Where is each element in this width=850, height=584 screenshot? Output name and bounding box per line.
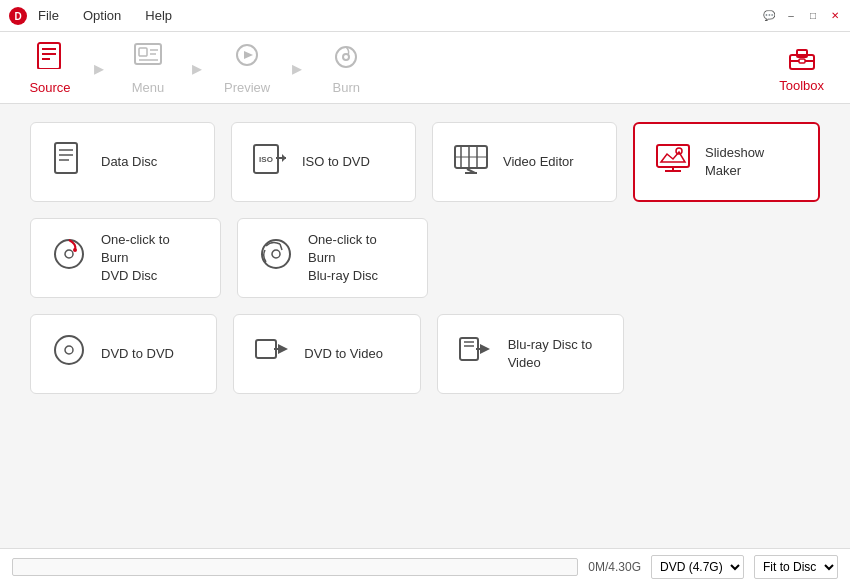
svg-point-39 — [65, 250, 73, 258]
svg-rect-7 — [139, 48, 147, 56]
toolbox-button[interactable]: Toolbox — [763, 32, 840, 103]
data-disc-icon — [51, 140, 87, 184]
burn-tab-icon — [330, 41, 362, 76]
svg-point-45 — [65, 346, 73, 354]
empty-card-3 — [640, 314, 820, 394]
tab-menu[interactable]: Menu — [108, 32, 188, 103]
empty-card-2 — [640, 218, 820, 298]
tool-oneclick-dvd-label: One-click to BurnDVD Disc — [101, 231, 200, 286]
svg-rect-46 — [256, 340, 276, 358]
tool-dvd-to-video[interactable]: DVD to Video — [233, 314, 420, 394]
capacity-text: 0M/4.30G — [588, 560, 641, 574]
arrow-1: ▸ — [90, 32, 108, 103]
dvd-to-video-icon — [254, 332, 290, 376]
tab-burn[interactable]: Burn — [306, 32, 386, 103]
empty-card-1 — [444, 218, 624, 298]
maximize-icon[interactable]: □ — [806, 9, 820, 23]
titlebar: D File Option Help 💬 – □ ✕ — [0, 0, 850, 32]
svg-point-38 — [55, 240, 83, 268]
svg-marker-26 — [282, 154, 286, 162]
tool-data-disc-label: Data Disc — [101, 153, 157, 171]
svg-point-41 — [262, 240, 290, 268]
fit-mode-select[interactable]: Fit to Disc Custom — [754, 555, 838, 579]
arrow-2: ▸ — [188, 32, 206, 103]
svg-point-40 — [73, 248, 77, 252]
progress-bar — [12, 558, 578, 576]
svg-point-13 — [336, 47, 356, 67]
toolbox-icon — [786, 43, 818, 78]
menu-tab-icon — [132, 41, 164, 76]
app-icon: D — [8, 6, 28, 26]
svg-point-42 — [272, 250, 280, 258]
main-content: Data Disc ISO ISO to DVD — [0, 104, 850, 548]
tab-source[interactable]: Source — [10, 32, 90, 103]
tab-menu-label: Menu — [132, 80, 165, 95]
svg-marker-53 — [480, 344, 490, 354]
window-controls: 💬 – □ ✕ — [762, 9, 842, 23]
tool-oneclick-bluray[interactable]: One-click to BurnBlu-ray Disc — [237, 218, 428, 298]
svg-rect-34 — [657, 145, 689, 167]
menu-file[interactable]: File — [34, 6, 63, 25]
tool-data-disc[interactable]: Data Disc — [30, 122, 215, 202]
iso-to-dvd-icon: ISO — [252, 140, 288, 184]
tools-row-2: One-click to BurnDVD Disc One-click to B… — [30, 218, 820, 298]
tool-slideshow-maker-label: Slideshow Maker — [705, 144, 798, 180]
tool-iso-to-dvd[interactable]: ISO ISO to DVD — [231, 122, 416, 202]
tool-iso-to-dvd-label: ISO to DVD — [302, 153, 370, 171]
tool-dvd-to-dvd-label: DVD to DVD — [101, 345, 174, 363]
statusbar: 0M/4.30G DVD (4.7G) DVD (8.5G) BD-25 BD-… — [0, 548, 850, 584]
tool-bluray-to-video-label: Blu-ray Disc toVideo — [508, 336, 593, 372]
svg-marker-48 — [278, 344, 288, 354]
toolbox-label: Toolbox — [779, 78, 824, 93]
video-editor-icon — [453, 140, 489, 184]
tools-row-3: DVD to DVD DVD to Video — [30, 314, 820, 394]
tool-video-editor[interactable]: Video Editor — [432, 122, 617, 202]
arrow-3: ▸ — [288, 32, 306, 103]
tool-oneclick-dvd[interactable]: One-click to BurnDVD Disc — [30, 218, 221, 298]
tab-source-label: Source — [29, 80, 70, 95]
svg-rect-2 — [38, 43, 60, 69]
tool-dvd-to-dvd[interactable]: DVD to DVD — [30, 314, 217, 394]
tab-preview[interactable]: Preview — [206, 32, 288, 103]
svg-rect-19 — [55, 143, 77, 173]
slideshow-maker-icon — [655, 140, 691, 184]
tool-dvd-to-video-label: DVD to Video — [304, 345, 383, 363]
svg-text:ISO: ISO — [259, 155, 273, 164]
oneclick-dvd-icon — [51, 236, 87, 280]
tool-video-editor-label: Video Editor — [503, 153, 574, 171]
svg-text:D: D — [14, 11, 21, 22]
svg-point-44 — [55, 336, 83, 364]
tab-preview-label: Preview — [224, 80, 270, 95]
bluray-to-video-icon — [458, 332, 494, 376]
dvd-to-dvd-icon — [51, 332, 87, 376]
tools-row-1: Data Disc ISO ISO to DVD — [30, 122, 820, 202]
oneclick-bluray-icon — [258, 236, 294, 280]
toolbar: Source ▸ Menu ▸ Preview ▸ — [0, 32, 850, 104]
svg-rect-18 — [799, 59, 805, 63]
tool-oneclick-bluray-label: One-click to BurnBlu-ray Disc — [308, 231, 407, 286]
tab-burn-label: Burn — [333, 80, 360, 95]
preview-tab-icon — [231, 41, 263, 76]
tool-slideshow-maker[interactable]: Slideshow Maker — [633, 122, 820, 202]
source-icon — [34, 41, 66, 76]
close-icon[interactable]: ✕ — [828, 9, 842, 23]
svg-line-43 — [280, 244, 282, 250]
svg-marker-12 — [244, 51, 253, 59]
chat-icon[interactable]: 💬 — [762, 9, 776, 23]
menu-help[interactable]: Help — [141, 6, 176, 25]
tools-grid: Data Disc ISO ISO to DVD — [30, 122, 820, 394]
menu-option[interactable]: Option — [79, 6, 125, 25]
minimize-icon[interactable]: – — [784, 9, 798, 23]
menu-bar: File Option Help — [34, 6, 762, 25]
disc-type-select[interactable]: DVD (4.7G) DVD (8.5G) BD-25 BD-50 — [651, 555, 744, 579]
tool-bluray-to-video[interactable]: Blu-ray Disc toVideo — [437, 314, 624, 394]
